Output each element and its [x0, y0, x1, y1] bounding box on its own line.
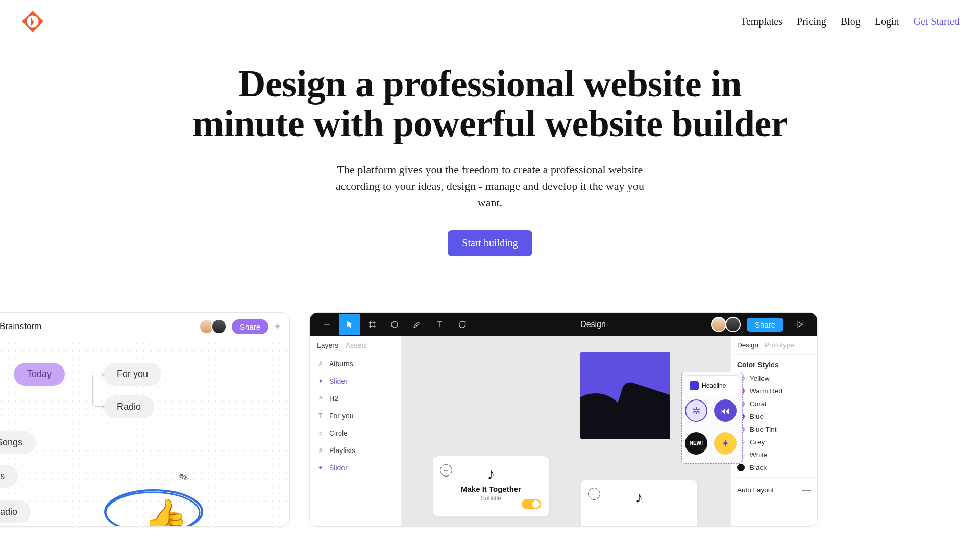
chip-liked[interactable]: ked Songs: [0, 431, 36, 454]
layer-label: Slider: [329, 377, 348, 385]
tab-prototype[interactable]: Prototype: [765, 341, 794, 349]
layer-label: Circle: [329, 429, 348, 437]
sparkle-icon: ✦: [274, 321, 281, 332]
component-icon: ✦: [317, 378, 324, 385]
headline-label: Headline: [702, 382, 726, 389]
start-building-button[interactable]: Start building: [448, 230, 532, 256]
share-button[interactable]: Share: [232, 319, 268, 334]
play-icon[interactable]: [790, 314, 810, 335]
layer-item[interactable]: ○Circle: [310, 424, 401, 442]
color-name: Blue Tint: [750, 425, 777, 433]
share-button[interactable]: Share: [747, 318, 783, 332]
color-row[interactable]: Coral: [731, 397, 817, 410]
new-badge[interactable]: NEW!: [685, 432, 707, 455]
chip-playlists[interactable]: aylists: [0, 465, 18, 488]
component-group[interactable]: Headline ✲ ⏮ NEW! ✦: [681, 372, 743, 464]
music-glyph-icon: ♪: [487, 465, 495, 483]
color-row[interactable]: White: [731, 448, 817, 461]
back-arrow-icon[interactable]: ←: [440, 464, 452, 477]
layer-label: Slider: [329, 464, 348, 472]
card-tile[interactable]: ← ♪: [580, 479, 698, 527]
layers-panel: Layers Assets #Albums ✦Slider #H2 TFor y…: [310, 336, 402, 526]
layer-item[interactable]: ✦Slider: [310, 459, 401, 477]
text-icon: T: [317, 412, 324, 419]
chip-radio[interactable]: Radio: [104, 395, 154, 418]
brainstorm-preview: Brainstorm Share ✦ Today For you Radio k…: [0, 312, 290, 527]
color-name: Coral: [750, 400, 766, 408]
color-name: Black: [750, 464, 767, 471]
tab-design[interactable]: Design: [737, 341, 758, 349]
swatch-icon: [737, 464, 745, 471]
gear-badge-icon[interactable]: ✲: [685, 399, 707, 422]
star-badge-icon[interactable]: ✦: [714, 432, 737, 455]
color-name: Grey: [750, 438, 765, 446]
layer-label: Albums: [329, 360, 353, 368]
ellipse-icon: ○: [317, 430, 324, 437]
avatar: [711, 317, 726, 332]
frame-icon: #: [317, 360, 324, 367]
comment-icon[interactable]: [452, 314, 472, 335]
music-glyph-icon: ♪: [635, 489, 643, 506]
svg-point-4: [391, 321, 398, 328]
canvas[interactable]: Headline ✲ ⏮ NEW! ✦ ← ♪ Make It Together…: [402, 336, 730, 526]
hero-headline: Design a professional website in minute …: [184, 64, 796, 143]
thumbs-up-icon: 👍: [143, 496, 188, 527]
color-row[interactable]: Yellow: [731, 372, 817, 385]
card-tile[interactable]: ← ♪ Make It Together Subtitle: [432, 456, 550, 517]
artwork-shape[interactable]: [580, 352, 670, 439]
text-icon[interactable]: [429, 314, 450, 335]
chip-artist[interactable]: tist Radio: [0, 500, 31, 523]
auto-layout-row[interactable]: Auto Layout —: [731, 477, 817, 503]
arrow-icon: [102, 405, 105, 409]
ellipse-icon[interactable]: [384, 314, 405, 335]
arrow-icon: [102, 373, 105, 377]
headline-component[interactable]: Headline: [685, 375, 739, 395]
menu-icon[interactable]: [317, 314, 337, 335]
brand-logo[interactable]: [20, 9, 45, 34]
chip-for-you[interactable]: For you: [104, 363, 161, 386]
avatar: [725, 317, 741, 332]
toggle-switch[interactable]: [522, 499, 541, 509]
pen-icon[interactable]: [407, 314, 427, 335]
frame-icon: #: [317, 447, 324, 454]
nav-pricing[interactable]: Pricing: [797, 16, 826, 28]
color-name: Yellow: [750, 374, 770, 382]
tab-assets[interactable]: Assets: [346, 341, 367, 349]
layer-label: For you: [329, 412, 353, 420]
cursor-icon[interactable]: [339, 314, 360, 335]
frame-icon: #: [317, 395, 324, 402]
brainstorm-title: Brainstorm: [0, 321, 41, 332]
color-name: White: [750, 451, 768, 459]
color-styles-header: Color Styles: [731, 355, 817, 372]
color-row[interactable]: Blue Tint: [731, 423, 817, 436]
layer-item[interactable]: #Albums: [310, 355, 401, 372]
connector-line: [92, 375, 103, 407]
color-row[interactable]: Black: [731, 461, 817, 474]
layer-item[interactable]: ✦Slider: [310, 372, 401, 390]
chip-today[interactable]: Today: [14, 363, 65, 386]
color-row[interactable]: Blue: [731, 410, 817, 423]
frame-icon[interactable]: [362, 314, 382, 335]
component-icon: ✦: [317, 464, 324, 471]
layer-item[interactable]: #H2: [310, 390, 401, 407]
design-editor-preview: Design Share Layers Assets #Albums ✦Slid…: [309, 312, 818, 527]
nav-login[interactable]: Login: [875, 16, 899, 28]
nav-templates[interactable]: Templates: [741, 16, 782, 28]
color-name: Blue: [750, 413, 764, 420]
tab-layers[interactable]: Layers: [317, 341, 338, 349]
layer-item[interactable]: TFor you: [310, 407, 401, 424]
color-row[interactable]: Warm Red: [731, 385, 817, 397]
nav-blog[interactable]: Blog: [841, 16, 861, 28]
layer-item[interactable]: #Playlists: [310, 442, 401, 459]
minus-icon[interactable]: —: [802, 485, 811, 495]
nav-get-started[interactable]: Get Started: [913, 16, 960, 28]
layer-label: H2: [329, 394, 338, 403]
color-row[interactable]: Grey: [731, 436, 817, 448]
color-square-icon: [690, 381, 699, 390]
properties-panel: Design Prototype Color Styles Yellow War…: [730, 336, 817, 526]
avatar: [211, 319, 227, 334]
back-arrow-icon[interactable]: ←: [588, 488, 600, 500]
auto-layout-label: Auto Layout: [737, 486, 774, 494]
rewind-badge-icon[interactable]: ⏮: [714, 399, 737, 422]
tile-title: Make It Together: [433, 485, 549, 493]
